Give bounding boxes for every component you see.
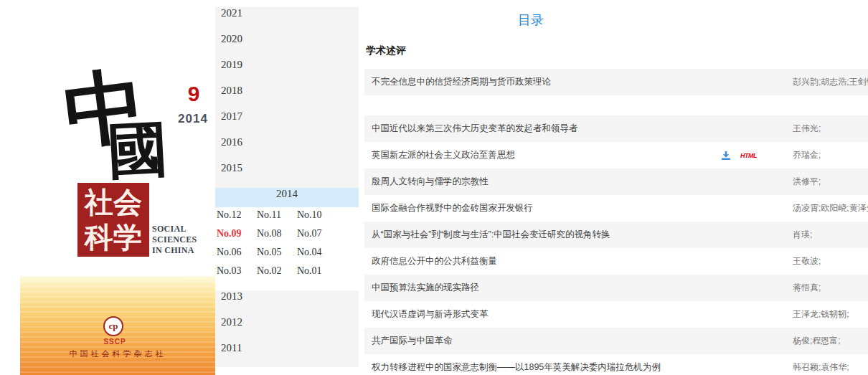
article-authors[interactable]: 彭兴韵;胡志浩;王剑锋;: [793, 69, 868, 95]
year-sidebar: 2021 2020 2019 2018 2017 2016 2015 2014 …: [215, 7, 359, 367]
article-authors[interactable]: 汤凌霄;欧阳峣;黄泽先;: [793, 195, 868, 222]
html-icon[interactable]: HTML: [740, 152, 757, 159]
issue-link-no06[interactable]: No.06: [217, 247, 257, 265]
article-authors[interactable]: 王敬波;: [793, 248, 821, 275]
article-authors[interactable]: 肖瑛;: [793, 222, 812, 248]
issue-link-no08[interactable]: No.08: [257, 228, 297, 247]
year-item-2021[interactable]: 2021: [215, 7, 359, 33]
cover-issue-number: 9: [179, 82, 208, 106]
cover-issue-year: 2014: [174, 112, 212, 126]
article-authors[interactable]: 洪修平;: [793, 168, 821, 195]
year-item-2013[interactable]: 2013: [215, 290, 359, 316]
issue-link-no10[interactable]: No.10: [297, 209, 337, 228]
issue-link-no01[interactable]: No.01: [297, 265, 337, 284]
table-row: 政府信息公开中的公共利益衡量 王敬波;: [364, 248, 868, 275]
table-row: 中国近代以来第三次伟大历史变革的发起者和领导者 王伟光;: [364, 115, 868, 142]
section-gap: [364, 95, 868, 115]
table-row: 英国新左派的社会主义政治至善思想 HTML 乔瑞金;: [364, 142, 868, 168]
article-title-link[interactable]: 殷周人文转向与儒学的宗教性: [372, 168, 489, 195]
article-title-link[interactable]: 共产国际与中国革命: [372, 328, 453, 354]
table-row: 不完全信息中的信贷经济周期与货币政策理论 彭兴韵;胡志浩;王剑锋;: [364, 69, 868, 95]
article-title-link[interactable]: 中国预算法实施的现实路径: [372, 275, 479, 301]
year-item-2011[interactable]: 2011: [215, 342, 359, 368]
issue-link-no07[interactable]: No.07: [297, 228, 337, 247]
article-title-link[interactable]: 从“国家与社会”到“制度与生活”:中国社会变迁研究的视角转换: [372, 222, 610, 248]
publisher-logo-icon: cp: [103, 316, 123, 336]
issue-link-no05[interactable]: No.05: [257, 247, 297, 265]
download-icon[interactable]: [721, 151, 731, 161]
year-item-2015[interactable]: 2015: [215, 162, 359, 188]
issue-link-no03[interactable]: No.03: [217, 265, 257, 284]
cover-title-block-line2: 科学: [77, 220, 149, 255]
table-row: 从“国家与社会”到“制度与生活”:中国社会变迁研究的视角转换 肖瑛;: [364, 222, 868, 248]
issue-panel: No.12 No.11 No.10 No.09 No.08 No.07 No.0…: [215, 207, 359, 290]
article-title-link[interactable]: 国际金融合作视野中的金砖国家开发银行: [372, 195, 533, 222]
cover-title-block: 社会 科学: [77, 183, 149, 257]
year-item-2019[interactable]: 2019: [215, 59, 359, 85]
year-item-2016[interactable]: 2016: [215, 136, 359, 162]
article-title-link[interactable]: 中国近代以来第三次伟大历史变革的发起者和领导者: [372, 115, 578, 142]
publisher-abbr: SSCP: [86, 338, 143, 346]
year-item-2017[interactable]: 2017: [215, 110, 359, 136]
article-title-link[interactable]: 英国新左派的社会主义政治至善思想: [372, 142, 515, 168]
table-row: 共产国际与中国革命 杨俊;程恩富;: [364, 328, 868, 354]
article-authors[interactable]: 王伟光;: [793, 115, 821, 142]
article-authors[interactable]: 蒋悟真;: [793, 275, 821, 301]
issue-link-no02[interactable]: No.02: [257, 265, 297, 284]
issue-link-no11[interactable]: No.11: [257, 209, 297, 228]
year-item-2018[interactable]: 2018: [215, 85, 359, 110]
toc-panel: 目录 学术述评 不完全信息中的信贷经济周期与货币政策理论 彭兴韵;胡志浩;王剑锋…: [364, 0, 868, 375]
issue-link-no12[interactable]: No.12: [217, 209, 257, 228]
toc-section-title: 学术述评: [366, 44, 406, 57]
article-authors[interactable]: 杨俊;程恩富;: [793, 328, 841, 354]
article-title-link[interactable]: 权力转移进程中的国家意志制衡——以1895年英美解决委内瑞拉危机为例: [372, 354, 661, 375]
article-action-icons: HTML: [721, 142, 757, 168]
article-authors[interactable]: 乔瑞金;: [793, 142, 821, 168]
table-row: 殷周人文转向与儒学的宗教性 洪修平;: [364, 168, 868, 195]
toc-rows: 不完全信息中的信贷经济周期与货币政策理论 彭兴韵;胡志浩;王剑锋; 中国近代以来…: [364, 69, 868, 375]
cover-title-block-line1: 社会: [77, 185, 149, 220]
cover-title-char-guo: 國: [106, 119, 169, 182]
issue-link-no04[interactable]: No.04: [297, 247, 337, 265]
cover-english-subtitle: SOCIAL SCIENCES IN CHINA: [152, 224, 197, 256]
toc-heading: 目录: [423, 11, 638, 29]
cover-orange-band: cp SSCP 中国社会科学杂志社: [20, 276, 215, 375]
expanded-year-header[interactable]: 2014: [215, 188, 359, 207]
article-title-link[interactable]: 不完全信息中的信贷经济周期与货币政策理论: [372, 69, 551, 95]
article-authors[interactable]: 韩召颖;袁伟华;: [793, 354, 849, 375]
article-authors[interactable]: 王泽龙;钱韧韧;: [793, 301, 849, 328]
table-row: 国际金融合作视野中的金砖国家开发银行 汤凌霄;欧阳峣;黄泽先;: [364, 195, 868, 222]
article-title-link[interactable]: 现代汉语虚词与新诗形式变革: [372, 301, 489, 328]
table-row: 中国预算法实施的现实路径 蒋悟真;: [364, 275, 868, 301]
year-item-2020[interactable]: 2020: [215, 33, 359, 59]
year-item-2012[interactable]: 2012: [215, 316, 359, 342]
issue-link-no09-selected[interactable]: No.09: [217, 228, 257, 247]
table-row: 权力转移进程中的国家意志制衡——以1895年英美解决委内瑞拉危机为例 韩召颖;袁…: [364, 354, 868, 375]
publisher-name: 中国社会科学杂志社: [20, 348, 215, 359]
journal-cover: 中 國 9 2014 社会 科学 SOCIAL SCIENCES IN CHIN…: [0, 0, 215, 375]
table-row: 现代汉语虚词与新诗形式变革 王泽龙;钱韧韧;: [364, 301, 868, 328]
article-title-link[interactable]: 政府信息公开中的公共利益衡量: [372, 248, 497, 275]
